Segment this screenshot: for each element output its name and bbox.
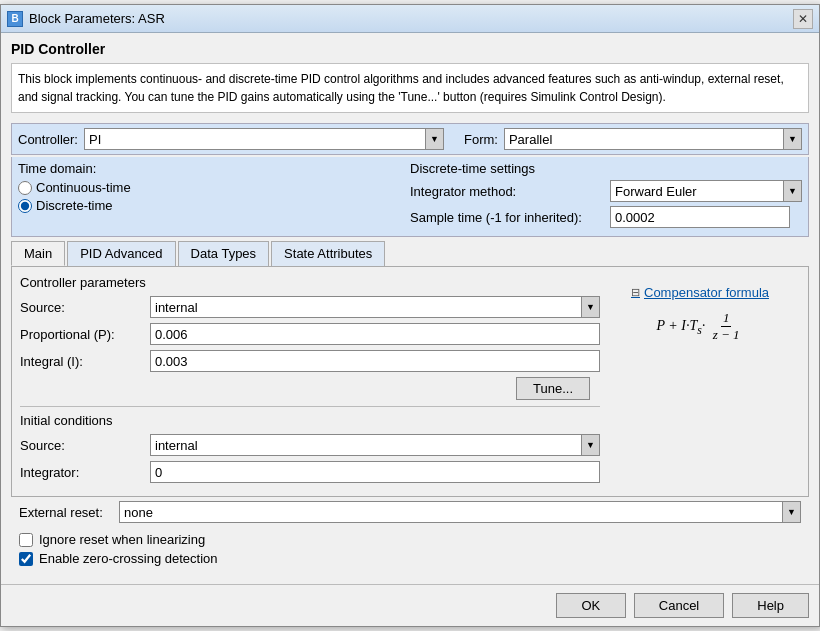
integrator-method-row: Integrator method: Forward Euler ▼ <box>410 180 802 202</box>
divider-1 <box>20 406 600 407</box>
sample-time-input[interactable] <box>610 206 790 228</box>
ic-source-label: Source: <box>20 438 150 453</box>
discrete-settings-section: Discrete-time settings Integrator method… <box>410 161 802 232</box>
panel-right: ⊟ Compensator formula P + I·Ts· 1 z − 1 <box>600 275 800 488</box>
content-area: PID Controller This block implements con… <box>1 33 819 578</box>
ic-source-dropdown-arrow: ▼ <box>581 435 599 455</box>
panel-inner: Controller parameters Source: internal ▼… <box>20 275 800 488</box>
external-reset-label: External reset: <box>19 505 119 520</box>
continuous-radio[interactable] <box>18 181 32 195</box>
integrator-ic-label: Integrator: <box>20 465 150 480</box>
form-label: Form: <box>464 132 498 147</box>
title-bar: B Block Parameters: ASR ✕ <box>1 5 819 33</box>
zero-crossing-label: Enable zero-crossing detection <box>39 551 218 566</box>
title-bar-left: B Block Parameters: ASR <box>7 11 165 27</box>
tab-data-types[interactable]: Data Types <box>178 241 270 266</box>
window-title: Block Parameters: ASR <box>29 11 165 26</box>
continuous-time-row: Continuous-time <box>18 180 410 195</box>
discrete-radio[interactable] <box>18 199 32 213</box>
section-title: PID Controller <box>11 41 809 57</box>
integral-row: Integral (I): <box>20 350 600 372</box>
external-reset-select[interactable]: none ▼ <box>119 501 801 523</box>
proportional-input[interactable] <box>150 323 600 345</box>
controller-dropdown-arrow: ▼ <box>425 129 443 149</box>
integrator-dropdown-arrow: ▼ <box>783 181 801 201</box>
discrete-settings-title: Discrete-time settings <box>410 161 802 176</box>
proportional-label: Proportional (P): <box>20 327 150 342</box>
proportional-row: Proportional (P): <box>20 323 600 345</box>
tab-main[interactable]: Main <box>11 241 65 266</box>
close-button[interactable]: ✕ <box>793 9 813 29</box>
main-window: B Block Parameters: ASR ✕ PID Controller… <box>0 4 820 627</box>
window-icon: B <box>7 11 23 27</box>
tabs-container: Main PID Advanced Data Types State Attri… <box>11 241 809 267</box>
external-reset-dropdown-arrow: ▼ <box>782 502 800 522</box>
time-domain-title: Time domain: <box>18 161 410 176</box>
form-select[interactable]: Parallel ▼ <box>504 128 802 150</box>
source-label: Source: <box>20 300 150 315</box>
external-reset-row: External reset: none ▼ <box>11 497 809 527</box>
controller-select[interactable]: PI ▼ <box>84 128 444 150</box>
discrete-label: Discrete-time <box>36 198 113 213</box>
description-text: This block implements continuous- and di… <box>11 63 809 113</box>
integrator-method-label: Integrator method: <box>410 184 610 199</box>
ignore-reset-row: Ignore reset when linearizing <box>11 532 809 547</box>
integral-label: Integral (I): <box>20 354 150 369</box>
controller-label: Controller: <box>18 132 78 147</box>
main-tab-panel: Controller parameters Source: internal ▼… <box>11 267 809 497</box>
panel-left: Controller parameters Source: internal ▼… <box>20 275 600 488</box>
time-domain-section: Time domain: Continuous-time Discrete-ti… <box>18 161 410 232</box>
integrator-ic-input[interactable] <box>150 461 600 483</box>
controller-row: Controller: PI ▼ Form: Parallel ▼ <box>11 123 809 155</box>
discrete-time-row: Discrete-time <box>18 198 410 213</box>
integral-input[interactable] <box>150 350 600 372</box>
zero-crossing-checkbox[interactable] <box>19 552 33 566</box>
tab-state-attributes[interactable]: State Attributes <box>271 241 385 266</box>
initial-conditions-title: Initial conditions <box>20 413 600 428</box>
ignore-reset-label: Ignore reset when linearizing <box>39 532 205 547</box>
ignore-reset-checkbox[interactable] <box>19 533 33 547</box>
time-discrete-row: Time domain: Continuous-time Discrete-ti… <box>11 157 809 237</box>
help-button[interactable]: Help <box>732 593 809 618</box>
integrator-select[interactable]: Forward Euler ▼ <box>610 180 802 202</box>
zero-crossing-row: Enable zero-crossing detection <box>11 551 809 566</box>
integrator-ic-row: Integrator: <box>20 461 600 483</box>
form-dropdown-arrow: ▼ <box>783 129 801 149</box>
continuous-label: Continuous-time <box>36 180 131 195</box>
tune-button[interactable]: Tune... <box>516 377 590 400</box>
tab-pid-advanced[interactable]: PID Advanced <box>67 241 175 266</box>
tune-button-row: Tune... <box>20 377 600 400</box>
sample-time-label: Sample time (-1 for inherited): <box>410 210 610 225</box>
controller-params-title: Controller parameters <box>20 275 600 290</box>
ic-source-row: Source: internal ▼ <box>20 434 600 456</box>
source-select[interactable]: internal ▼ <box>150 296 600 318</box>
ic-source-select[interactable]: internal ▼ <box>150 434 600 456</box>
button-row: OK Cancel Help <box>1 584 819 626</box>
source-row: Source: internal ▼ <box>20 296 600 318</box>
ok-button[interactable]: OK <box>556 593 626 618</box>
source-dropdown-arrow: ▼ <box>581 297 599 317</box>
cancel-button[interactable]: Cancel <box>634 593 724 618</box>
compensator-link[interactable]: ⊟ Compensator formula <box>631 285 769 300</box>
sample-time-row: Sample time (-1 for inherited): <box>410 206 802 228</box>
formula-display: P + I·Ts· 1 z − 1 <box>656 310 743 343</box>
